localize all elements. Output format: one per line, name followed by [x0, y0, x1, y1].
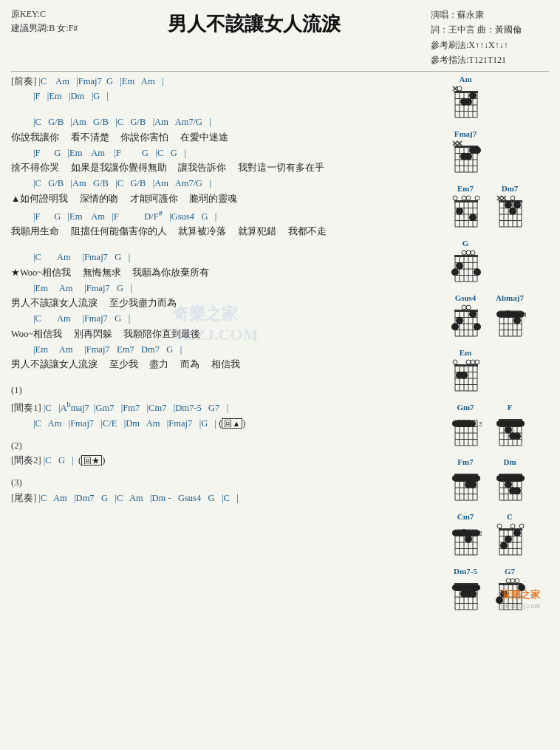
section-2: (2) [間奏2] |C G | (回★) [11, 439, 442, 468]
diagram-row-6: Fm7 Dm [446, 457, 549, 506]
section-1: (1) [間奏1] |C |Abmaj7 |Gm7 |Fm7 |Cm7 |Dm7… [11, 383, 442, 430]
chorus1-section: |C Am |Fmaj7 G | ★Woo~相信我 無悔無求 我願為你放棄所有 … [11, 250, 442, 372]
diagram-em: Em [446, 348, 485, 397]
watermark-url: yinyuezj.com [500, 601, 540, 610]
strum-info: 參考刷法:X↑↑↓X↑↓↑ [431, 38, 549, 52]
watermark-logo: 音樂之家 [500, 588, 540, 601]
diagram-am: Am [446, 75, 485, 123]
diagram-abmaj7: Abmaj7 [491, 293, 529, 342]
diagram-dm7-5: Dm7-5 [446, 567, 485, 616]
diagram-gsus4: Gsus4 [446, 293, 485, 342]
page: 原KEY:C 建議男調:B 女:F# 男人不該讓女人流淚 演唱：蘇永康 詞：王中… [11, 7, 549, 616]
ch1-chords3: |C Am |Fmaj7 G | [33, 313, 130, 324]
diagram-row-1: Am [446, 75, 549, 123]
section-3: (3) [尾奏] |C Am |Dm7 G |C Am |Dm - Gsus4 … [11, 476, 442, 505]
suggestion-key: 建議男調:B 女:F# [11, 21, 78, 35]
v1-chords3: |C G/B |Am G/B |C G/B |Am Am7/G | [33, 178, 211, 188]
diagram-fmaj7: Fmaj7 [446, 129, 485, 178]
header-area: 原KEY:C 建議男調:B 女:F# 男人不該讓女人流淚 演唱：蘇永康 詞：王中… [11, 7, 549, 68]
ch1-lyrics1: ★Woo~相信我 無悔無求 我願為你放棄所有 [11, 267, 209, 278]
diagram-dm: Dm [491, 457, 529, 506]
v1-lyrics4: 我願用生命 阻擋任何能傷害你的人 就算被冷落 就算犯錯 我都不走 [11, 226, 327, 236]
v1-lyrics3: ▲如何證明我 深情的吻 才能呵護你 脆弱的靈魂 [11, 194, 237, 204]
ch1-lyrics2: 男人不該讓女人流淚 至少我盡力而為 [11, 298, 177, 308]
v1-chords1: |C G/B |Am G/B |C G/B |Am Am7/G | [33, 117, 211, 127]
diagram-fm7: Fm7 [446, 457, 485, 506]
header-divider [11, 71, 549, 72]
interlude2-chords: |C G | [44, 455, 74, 466]
outro-label: [尾奏] [11, 493, 36, 503]
label-3: (3) [11, 477, 22, 488]
diagram-gm7: Gm7 [446, 403, 485, 451]
interlude1-chords1: |C |Abmaj7 |Gm7 |Fm7 |Cm7 |Dm7-5 G7 | [44, 403, 229, 413]
diagram-cm7: Cm7 [446, 512, 485, 561]
diagram-g: G [446, 239, 485, 287]
diagram-row-5: Gm7 F [446, 403, 549, 451]
v1-chords2: |F G |Em Am |F G |C G | [33, 148, 186, 158]
diagram-c: C [491, 512, 529, 561]
diagram-row-4: Gsus4 Abmaj7 Em [446, 293, 549, 397]
diagram-row-7: Cm7 C [446, 512, 549, 561]
intro-chords1: |C Am |Fmaj7 G |Em Am | [38, 76, 163, 86]
v1-lyrics2: 捨不得你哭 如果是我讓你覺得無助 讓我告訴你 我對這一切有多在乎 [11, 163, 324, 173]
song-title: 男人不該讓女人流淚 [78, 7, 431, 37]
v1-lyrics1: 你說我讓你 看不清楚 你說你害怕 在愛中迷途 [11, 132, 228, 143]
singer-info: 演唱：蘇永康 [431, 7, 549, 22]
ch1-chords4: |Em Am |Fmaj7 Em7 Dm7 G | [33, 344, 182, 355]
diagram-dm7: Dm7 [491, 184, 529, 233]
diagram-f: F [491, 403, 529, 451]
lyricist-info: 詞：王中言 曲：黃國倫 [431, 22, 549, 37]
diagram-row-3: Em7 Dm7 G [446, 184, 549, 287]
ch1-lyrics4: 男人不該讓女人流淚 至少我 盡力 而為 相信我 [11, 359, 240, 369]
ch1-chords2: |Em Am |Fmaj7 G | [33, 283, 132, 293]
chord-diagrams: Am Fmaj7 Em7 Dm7 [442, 75, 549, 616]
outro-chords: |C Am |Dm7 G |C Am |Dm - Gsus4 G |C | [38, 493, 238, 503]
interlude2-label: [間奏2] [11, 455, 41, 466]
diagram-em7: Em7 [446, 184, 485, 233]
chord-sheet: [前奏] |C Am |Fmaj7 G |Em Am | |F |Em |Dm … [11, 75, 442, 616]
main-content: [前奏] |C Am |Fmaj7 G |Em Am | |F |Em |Dm … [11, 75, 549, 616]
watermark: 音樂之家 yinyuezj.com [500, 588, 540, 610]
diagram-row-2: Fmaj7 [446, 129, 549, 178]
intro-section: [前奏] |C Am |Fmaj7 G |Em Am | |F |Em |Dm … [11, 75, 442, 104]
verse1-section: |C G/B |Am G/B |C G/B |Am Am7/G | 你說我讓你 … [11, 115, 442, 239]
fingering-info: 參考指法:T121T121 [431, 52, 549, 67]
v1-chords4: |F G |Em Am |F D/F# |Gsus4 G | [33, 211, 216, 222]
label-2: (2) [11, 440, 22, 451]
key-info: 原KEY:C 建議男調:B 女:F# [11, 7, 78, 35]
right-info: 演唱：蘇永康 詞：王中言 曲：黃國倫 參考刷法:X↑↑↓X↑↓↑ 參考指法:T1… [431, 7, 549, 68]
intro-label: [前奏] [11, 76, 36, 86]
original-key: 原KEY:C [11, 7, 78, 21]
ch1-chords1: |C Am |Fmaj7 G | [33, 252, 130, 262]
intro-chords2: |F |Em |Dm |G | [33, 91, 109, 101]
label-1: (1) [11, 385, 22, 395]
ch1-lyrics3: Woo~相信我 別再閃躲 我願陪你直到最後 [11, 329, 200, 339]
interlude1-chords2: |C Am |Fmaj7 |C/E |Dm Am |Fmaj7 |G | [33, 418, 216, 429]
interlude1-label: [間奏1] [11, 403, 41, 413]
